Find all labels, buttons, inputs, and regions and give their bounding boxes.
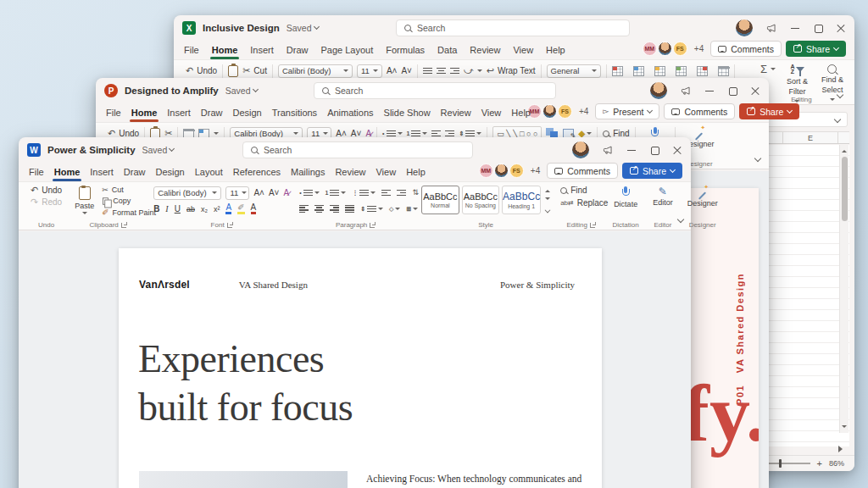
excel-vertical-scrollbar[interactable] <box>839 145 849 433</box>
dialog-launcher-icon[interactable] <box>227 223 232 228</box>
ppt-tab-help[interactable]: Help <box>511 108 531 119</box>
scrollbar-thumb[interactable] <box>842 157 848 221</box>
excel-tab-page-layout[interactable]: Page Layout <box>320 45 373 57</box>
word-font-size-select[interactable]: 11 <box>225 186 249 200</box>
justify-icon[interactable] <box>345 205 354 214</box>
close-button[interactable] <box>672 145 682 155</box>
word-designer-button[interactable]: Designer <box>686 186 720 208</box>
word-cut-button[interactable]: ✂Cut <box>102 186 156 194</box>
decrease-indent-icon[interactable] <box>431 130 441 136</box>
ribbon-collapse-icon[interactable] <box>754 155 761 162</box>
excel-search-input[interactable]: Search <box>396 19 630 36</box>
numbering-icon[interactable]: 1 <box>326 189 347 197</box>
align-center-icon[interactable] <box>314 205 324 214</box>
ppt-search-input[interactable]: Search <box>314 82 556 99</box>
word-document-page[interactable]: VanΛrsdel VA Shared Design Power & Simpl… <box>119 248 602 488</box>
word-tab-insert[interactable]: Insert <box>90 167 114 179</box>
cell-styles-icon[interactable] <box>654 66 665 76</box>
maximize-button[interactable] <box>649 145 659 155</box>
subscript-button[interactable]: x₂ <box>201 205 208 214</box>
minimize-button[interactable] <box>704 86 715 96</box>
ppt-comments-button[interactable]: Comments <box>664 103 735 119</box>
ppt-saved-status[interactable]: Saved <box>225 86 258 96</box>
word-tab-help[interactable]: Help <box>406 167 426 179</box>
format-as-table-icon[interactable] <box>633 66 644 76</box>
word-comments-button[interactable]: Comments <box>547 163 618 179</box>
ppt-tab-review[interactable]: Review <box>441 108 471 119</box>
feedback-megaphone-icon[interactable] <box>765 23 777 34</box>
grow-font-button[interactable]: A˄ <box>253 188 264 197</box>
formula-bar-expand-icon[interactable] <box>834 116 841 123</box>
word-undo-button[interactable]: ↶Undo <box>31 186 62 195</box>
underline-button[interactable]: U <box>175 204 181 214</box>
ppt-tab-draw[interactable]: Draw <box>201 108 223 119</box>
word-share-button[interactable]: Share <box>622 163 682 179</box>
collaborator-avatar-photo[interactable] <box>658 42 672 56</box>
scroll-down-icon[interactable] <box>842 425 847 430</box>
numbering-icon[interactable]: 1 <box>407 130 428 137</box>
decrease-indent-icon[interactable] <box>381 190 391 196</box>
maximize-button[interactable] <box>813 23 823 33</box>
excel-font-size-select[interactable]: 11 <box>357 64 382 78</box>
ppt-tab-animations[interactable]: Animations <box>327 108 373 119</box>
align-left-icon[interactable] <box>299 205 309 214</box>
scroll-up-icon[interactable] <box>842 147 847 152</box>
align-top-icon[interactable] <box>423 68 432 74</box>
italic-button[interactable]: I <box>165 204 168 214</box>
word-tab-home[interactable]: Home <box>54 167 81 179</box>
increase-indent-icon[interactable] <box>397 190 406 196</box>
excel-tab-help[interactable]: Help <box>546 45 565 57</box>
ppt-tab-slide-show[interactable]: Slide Show <box>384 108 431 119</box>
style-no-spacing[interactable]: AaBbCcNo Spacing <box>462 186 500 214</box>
collaborator-avatar-photo[interactable] <box>494 164 509 178</box>
style-normal[interactable]: AaBbCcNormal <box>421 186 459 214</box>
styles-more-icon[interactable] <box>545 208 551 214</box>
word-tab-file[interactable]: File <box>29 167 44 179</box>
clear-formatting-button[interactable]: A̷ <box>283 188 289 197</box>
superscript-button[interactable]: x² <box>214 205 220 214</box>
word-tab-review[interactable]: Review <box>335 167 365 179</box>
ppt-tab-design[interactable]: Design <box>232 108 261 119</box>
word-font-name-select[interactable]: Calibri (Body) <box>153 186 221 200</box>
excel-tab-view[interactable]: View <box>513 45 533 57</box>
maximize-button[interactable] <box>727 86 737 96</box>
shrink-font-button[interactable]: A˅ <box>401 66 412 75</box>
line-spacing-icon[interactable]: ⇕ <box>459 130 481 137</box>
word-tab-layout[interactable]: Layout <box>195 167 223 179</box>
ppt-share-button[interactable]: Share <box>739 103 799 119</box>
collaborator-avatar-photo[interactable] <box>542 104 557 119</box>
delete-cells-icon[interactable] <box>697 66 708 76</box>
font-color-button[interactable]: A <box>251 203 257 214</box>
ppt-tab-view[interactable]: View <box>481 108 502 119</box>
conditional-formatting-icon[interactable] <box>612 66 623 76</box>
excel-font-name-select[interactable]: Calibri (Body) <box>278 64 353 78</box>
collaborator-avatar-fs[interactable]: FS <box>509 164 524 178</box>
strikethrough-button[interactable]: ab <box>186 205 195 214</box>
dialog-launcher-icon[interactable] <box>370 223 375 228</box>
paste-icon[interactable] <box>228 65 238 77</box>
excel-undo-button[interactable]: ↶Undo <box>186 66 217 75</box>
borders-icon[interactable]: ⊞ <box>406 205 418 213</box>
word-search-input[interactable]: Search <box>242 141 473 158</box>
close-button[interactable] <box>836 23 846 33</box>
word-tab-references[interactable]: References <box>233 167 281 179</box>
zoom-slider-thumb[interactable] <box>779 459 782 468</box>
collaborator-avatar-mm[interactable]: MM <box>479 164 493 178</box>
styles-scroll-down-icon[interactable] <box>545 197 550 202</box>
styles-scroll-up-icon[interactable] <box>545 187 550 192</box>
increase-indent-icon[interactable] <box>445 130 454 136</box>
word-copy-button[interactable]: Copy <box>102 197 156 206</box>
shrink-font-button[interactable]: A˅ <box>269 188 280 197</box>
word-tab-design[interactable]: Design <box>155 167 184 179</box>
excel-share-button[interactable]: Share <box>786 41 846 57</box>
collaborator-overflow-count[interactable]: +4 <box>579 107 588 116</box>
ppt-tab-insert[interactable]: Insert <box>167 108 191 119</box>
word-format-painter-button[interactable]: ✐Format Paint <box>102 208 156 217</box>
excel-user-avatar[interactable] <box>736 19 753 36</box>
excel-tab-formulas[interactable]: Formulas <box>386 45 425 57</box>
excel-tab-home[interactable]: Home <box>212 45 238 57</box>
collaborator-overflow-count[interactable]: +4 <box>694 44 704 53</box>
minimize-button[interactable] <box>626 145 637 155</box>
ppt-tab-file[interactable]: File <box>106 108 121 119</box>
excel-cut-button[interactable]: ✂Cut <box>242 66 267 75</box>
